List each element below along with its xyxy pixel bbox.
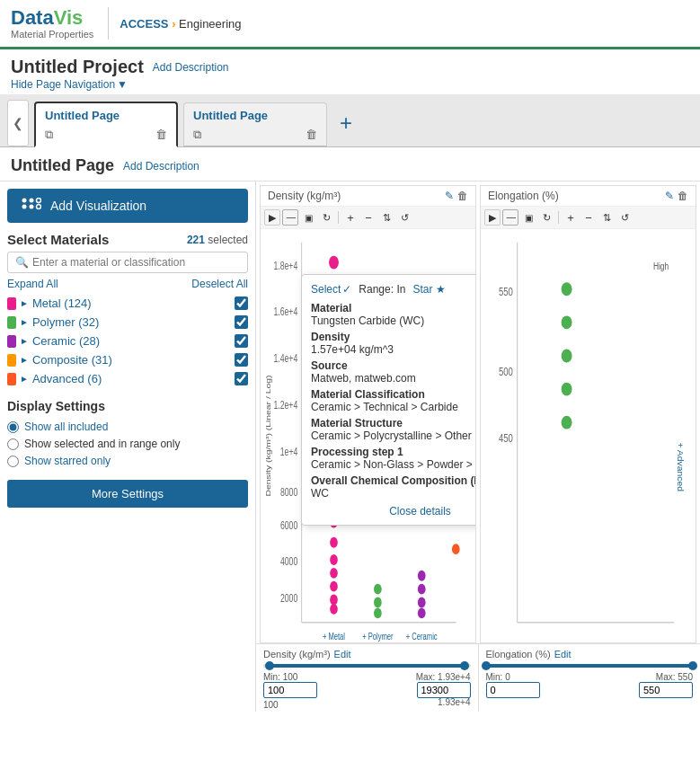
metal-label[interactable]: Metal (124) xyxy=(32,297,231,310)
ceramic-checkbox[interactable] xyxy=(235,334,248,348)
svg-point-0 xyxy=(22,199,27,203)
composite-label[interactable]: Composite (31) xyxy=(32,353,231,367)
hide-nav[interactable]: Hide Page Navigation ▼ xyxy=(11,78,128,91)
add-page-button[interactable]: + xyxy=(332,100,359,146)
advanced-checkbox[interactable] xyxy=(235,372,248,385)
elongation-range-slider[interactable] xyxy=(486,664,694,668)
svg-point-32 xyxy=(374,608,382,619)
popup-field-density: Density 1.57e+04 kg/m^3 xyxy=(311,331,475,356)
popup-field-classification: Material Classification Ceramic > Techni… xyxy=(311,388,475,413)
polymer-expand-icon[interactable]: ► xyxy=(20,317,29,327)
page-tab-1-title: Untitled Page xyxy=(45,109,167,122)
add-visualization-button[interactable]: Add Visualization xyxy=(7,189,248,223)
zoom-out-icon[interactable]: − xyxy=(360,209,377,226)
e-lasso-icon[interactable]: ⸻ xyxy=(502,209,518,226)
selected-count: 221 selected xyxy=(187,234,248,246)
polymer-label[interactable]: Polymer (32) xyxy=(32,315,231,329)
popup-value-classification: Ceramic > Technical > Carbide xyxy=(311,401,475,413)
select-tool-icon[interactable]: ▶ xyxy=(264,209,280,226)
ceramic-expand-icon[interactable]: ► xyxy=(20,336,29,346)
elongation-range-edit[interactable]: Edit xyxy=(554,649,572,659)
page-add-description-link[interactable]: Add Description xyxy=(123,160,199,173)
advanced-label[interactable]: Advanced (6) xyxy=(32,372,231,385)
material-list: ► Metal (124) ► Polymer (32) ► Ceramic (… xyxy=(7,294,248,388)
deselect-all-link[interactable]: Deselect All xyxy=(191,278,248,290)
density-chart: Density (kg/m³) ✎ 🗑 ▶ ⸻ ▣ ↻ + − ⇅ ↺ xyxy=(260,185,476,643)
radio-show-all[interactable]: Show all included xyxy=(7,420,248,433)
svg-point-27 xyxy=(330,581,338,592)
ceramic-color-bar xyxy=(7,335,16,348)
svg-text:+ Advanced: + Advanced xyxy=(676,443,685,492)
select-materials-section: Select Materials 221 selected 🔍 Expand A… xyxy=(7,232,248,388)
svg-text:1.6e+4: 1.6e+4 xyxy=(273,306,297,318)
lasso-icon[interactable]: ⸻ xyxy=(282,209,298,226)
density-range-slider[interactable] xyxy=(263,664,471,668)
material-search-box[interactable]: 🔍 xyxy=(7,252,248,273)
elongation-min-input[interactable] xyxy=(486,682,540,698)
density-max-input[interactable] xyxy=(417,682,471,698)
e-refresh-icon[interactable]: ↺ xyxy=(616,209,633,226)
svg-point-24 xyxy=(330,537,338,548)
logo-area: DataVis Material Properties xyxy=(11,7,93,40)
density-edit-icon[interactable]: ✎ xyxy=(445,190,454,202)
elongation-max-input[interactable] xyxy=(639,682,693,698)
elongation-edit-icon[interactable]: ✎ xyxy=(665,190,674,202)
advanced-expand-icon[interactable]: ► xyxy=(20,374,29,384)
elongation-delete-icon[interactable]: 🗑 xyxy=(678,190,688,202)
e-zoom-in-icon[interactable]: + xyxy=(563,209,579,226)
density-range-control: Density (kg/m³) Edit Min: 100 Max: 1.93e… xyxy=(256,644,479,712)
page-heading-title: Untitled Page xyxy=(11,156,114,175)
pan-icon[interactable]: ⇅ xyxy=(378,209,394,226)
refresh-icon[interactable]: ↺ xyxy=(396,209,412,226)
material-search-input[interactable] xyxy=(32,256,240,269)
ceramic-label[interactable]: Ceramic (28) xyxy=(32,334,231,348)
box-select-icon[interactable]: ▣ xyxy=(300,209,316,226)
expand-all-link[interactable]: Expand All xyxy=(7,278,58,290)
density-range-edit[interactable]: Edit xyxy=(334,649,351,659)
e-pan-icon[interactable]: ⇅ xyxy=(598,209,615,226)
separator1 xyxy=(338,211,339,224)
e-select-tool-icon[interactable]: ▶ xyxy=(484,209,501,226)
add-description-link[interactable]: Add Description xyxy=(153,61,229,74)
polymer-checkbox[interactable] xyxy=(235,315,248,329)
page-tab-2-title: Untitled Page xyxy=(193,109,317,122)
popup-select-label[interactable]: Select ✓ xyxy=(311,283,351,296)
metal-expand-icon[interactable]: ► xyxy=(20,298,29,308)
density-min-input[interactable] xyxy=(263,682,317,698)
e-box-icon[interactable]: ▣ xyxy=(520,209,536,226)
svg-point-1 xyxy=(30,199,34,203)
metal-checkbox[interactable] xyxy=(235,297,248,310)
svg-text:1e+4: 1e+4 xyxy=(280,447,298,458)
svg-point-3 xyxy=(30,205,34,209)
svg-text:High: High xyxy=(653,261,669,271)
e-reset-icon[interactable]: ↻ xyxy=(538,209,554,226)
density-delete-icon[interactable]: 🗑 xyxy=(457,190,468,202)
composite-expand-icon[interactable]: ► xyxy=(20,355,29,365)
tab-2-copy-icon[interactable]: ⧉ xyxy=(193,128,201,142)
composite-checkbox[interactable] xyxy=(235,353,248,367)
e-zoom-out-icon[interactable]: − xyxy=(580,209,597,226)
tab-1-copy-icon[interactable]: ⧉ xyxy=(45,128,53,142)
elongation-chart-header: Elongation (%) ✎ 🗑 xyxy=(481,186,696,207)
radio-show-starred[interactable]: Show starred only xyxy=(7,455,248,467)
main-layout: Add Visualization Select Materials 221 s… xyxy=(0,181,700,712)
popup-star-label[interactable]: Star ★ xyxy=(412,283,445,296)
reset-icon[interactable]: ↻ xyxy=(318,209,334,226)
popup-close-details[interactable]: Close details xyxy=(311,505,475,518)
page-tab-2[interactable]: Untitled Page ⧉ 🗑 xyxy=(183,102,327,146)
svg-point-2 xyxy=(22,205,27,209)
zoom-in-icon[interactable]: + xyxy=(342,209,359,226)
selected-number: 221 xyxy=(187,234,205,246)
svg-point-48 xyxy=(562,316,572,330)
tab-1-delete-icon[interactable]: 🗑 xyxy=(155,128,167,142)
density-min-label: Min: 100 xyxy=(263,672,317,682)
tab-2-delete-icon[interactable]: 🗑 xyxy=(306,128,317,142)
svg-text:8000: 8000 xyxy=(280,487,297,499)
page-tabs-container: ❮ Untitled Page ⧉ 🗑 Untitled Page ⧉ 🗑 + xyxy=(0,94,700,147)
more-settings-button[interactable]: More Settings xyxy=(7,480,248,508)
nav-arrow-left[interactable]: ❮ xyxy=(7,100,29,146)
radio-show-selected[interactable]: Show selected and in range only xyxy=(7,438,248,450)
page-tab-1[interactable]: Untitled Page ⧉ 🗑 xyxy=(34,102,178,147)
svg-point-26 xyxy=(330,568,338,579)
logo-subtitle: Material Properties xyxy=(11,29,93,40)
